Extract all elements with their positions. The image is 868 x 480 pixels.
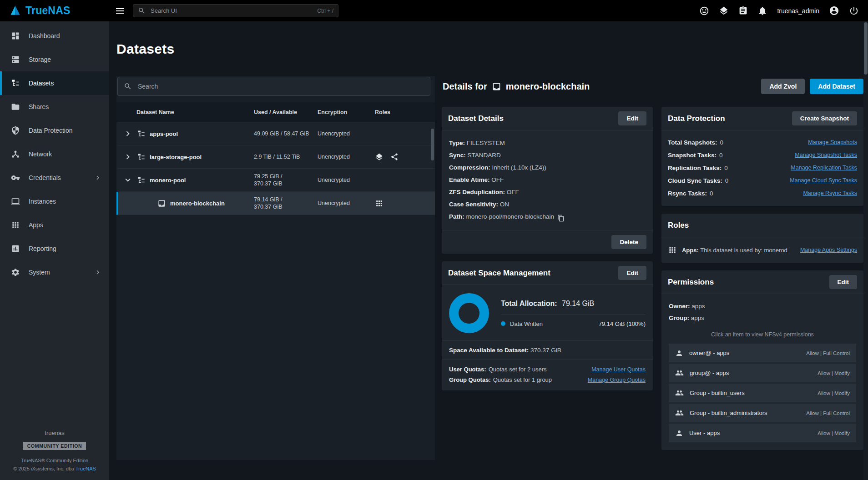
permission-item-owner[interactable]: owner@ - apps Allow | Full Control: [669, 344, 856, 362]
sidebar-item-storage[interactable]: Storage: [0, 48, 109, 71]
sidebar-item-label: Data Protection: [29, 127, 73, 134]
dataset-tree-icon: [137, 130, 146, 138]
expand-chevron-icon[interactable]: [123, 129, 133, 139]
dataset-name: monero-blockchain: [170, 200, 225, 207]
apps-grid-icon: [11, 220, 20, 230]
manage-apps-settings-link[interactable]: Manage Apps Settings: [800, 247, 857, 253]
used-available-cell: 79.14 GiB / 370.37 GiB: [254, 196, 318, 210]
tree-table-header: Dataset Name Used / Available Encryption…: [116, 102, 435, 122]
hamburger-menu-icon[interactable]: [115, 5, 126, 16]
field-enable-atime: Enable Atime: OFF: [449, 174, 646, 186]
sidebar-item-datasets[interactable]: Datasets: [0, 71, 109, 95]
table-row-large-storage-pool[interactable]: large-storage-pool 2.9 TiB / 11.52 TiB U…: [116, 145, 435, 169]
truenas-brand[interactable]: TrueNAS: [0, 5, 111, 17]
power-icon[interactable]: [849, 6, 859, 16]
snapshot-tasks-row: Snapshot Tasks:0 Manage Snapshot Tasks: [668, 149, 857, 161]
manage-user-quotas-link[interactable]: Manage User Quotas: [591, 366, 646, 373]
layers-icon[interactable]: [719, 6, 729, 16]
sidebar-item-data-protection[interactable]: Data Protection: [0, 119, 109, 142]
permission-item-user-apps[interactable]: User - apps Allow | Modify: [669, 424, 856, 442]
roles-cell: [375, 199, 435, 208]
dataset-details-card: Dataset Details Edit Type: FILESYSTEM Sy…: [442, 107, 653, 254]
add-dataset-button[interactable]: Add Dataset: [810, 79, 863, 94]
sidebar-item-shares[interactable]: Shares: [0, 95, 109, 119]
permission-item-group[interactable]: group@ - apps Allow | Modify: [669, 364, 856, 382]
add-zvol-button[interactable]: Add Zvol: [761, 79, 805, 94]
permission-item-builtin-administrators[interactable]: Group - builtin_administrators Allow | F…: [669, 404, 856, 422]
card-title: Roles: [668, 221, 689, 230]
sidebar-item-instances[interactable]: Instances: [0, 190, 109, 213]
field-type: Type: FILESYSTEM: [449, 137, 646, 149]
edit-permissions-button[interactable]: Edit: [829, 275, 858, 289]
person-icon: [675, 429, 683, 437]
details-title-prefix: Details for: [443, 81, 487, 92]
feedback-smiley-icon[interactable]: [699, 6, 709, 16]
space-available-row: Space Available to Dataset: 370.37 GiB: [442, 340, 653, 360]
sidebar-item-system[interactable]: System: [0, 260, 109, 284]
delete-dataset-button[interactable]: Delete: [611, 235, 646, 249]
global-search-input[interactable]: [150, 7, 313, 15]
manage-rsync-tasks-link[interactable]: Manage Rsync Tasks: [803, 190, 857, 196]
field-compression: Compression: Inherit (1.10x (LZ4)): [449, 161, 646, 174]
total-snapshots-row: Total Snapshots:0 Manage Snapshots: [668, 136, 857, 149]
sidebar: Dashboard Storage Datasets Shares Data P…: [0, 21, 109, 480]
sidebar-item-dashboard[interactable]: Dashboard: [0, 24, 109, 48]
manage-cloud-sync-tasks-link[interactable]: Manage Cloud Sync Tasks: [790, 177, 857, 184]
copy-icon[interactable]: [557, 215, 565, 222]
roles-cell: [375, 153, 435, 161]
sidebar-item-credentials[interactable]: Credentials: [0, 166, 109, 190]
legend-label: Data Written: [510, 320, 543, 327]
jobs-clipboard-icon[interactable]: [738, 6, 748, 15]
create-snapshot-button[interactable]: Create Snapshot: [792, 111, 857, 125]
user-account-icon[interactable]: [829, 5, 839, 16]
truenas-logo-icon: [9, 5, 21, 17]
expand-chevron-icon[interactable]: [123, 152, 133, 162]
sidebar-item-label: Network: [29, 150, 52, 158]
dataset-name: monero-pool: [150, 177, 186, 184]
alerts-bell-icon[interactable]: [757, 6, 767, 16]
storage-icon: [11, 55, 20, 64]
search-shortcut-hint: Ctrl + /: [317, 8, 333, 14]
card-title: Dataset Space Management: [448, 269, 550, 278]
shares-folder-icon: [11, 102, 20, 111]
sidebar-item-apps[interactable]: Apps: [0, 213, 109, 237]
page-scrollbar[interactable]: [863, 21, 868, 480]
share-role-icon: [390, 153, 399, 161]
roles-row: Apps: This dataset is used by: monerod M…: [661, 237, 863, 263]
manage-snapshot-tasks-link[interactable]: Manage Snapshot Tasks: [795, 152, 857, 158]
table-row-apps-pool[interactable]: apps-pool 49.09 GiB / 58.47 GiB Unencryp…: [116, 122, 435, 145]
table-row-monero-pool[interactable]: monero-pool 79.25 GiB / 370.37 GiB Unenc…: [116, 169, 435, 192]
manage-snapshots-link[interactable]: Manage Snapshots: [808, 139, 857, 145]
tree-scrollbar-thumb[interactable]: [431, 129, 434, 160]
dataset-search-input[interactable]: [137, 82, 424, 90]
chevron-right-icon: [94, 268, 102, 276]
space-management-card: Dataset Space Management Edit Total Allo…: [442, 261, 653, 390]
global-search[interactable]: Ctrl + /: [133, 4, 338, 17]
sidebar-item-reporting[interactable]: Reporting: [0, 237, 109, 260]
collapse-chevron-icon[interactable]: [123, 175, 133, 185]
sidebar-item-label: Reporting: [29, 245, 56, 252]
edit-space-button[interactable]: Edit: [618, 266, 646, 280]
permission-item-builtin-users[interactable]: Group - builtin_users Allow | Modify: [669, 384, 856, 402]
manage-replication-tasks-link[interactable]: Manage Replication Tasks: [791, 165, 857, 171]
encryption-cell: Unencrypted: [318, 130, 375, 137]
truenas-footer-link[interactable]: TrueNAS: [76, 466, 96, 471]
shield-icon: [11, 126, 20, 135]
edit-dataset-details-button[interactable]: Edit: [618, 111, 646, 125]
details-header: Details for monero-blockchain Add Zvol A…: [443, 79, 863, 94]
sidebar-item-network[interactable]: Network: [0, 142, 109, 166]
manage-group-quotas-link[interactable]: Manage Group Quotas: [588, 377, 646, 383]
details-title: Details for monero-blockchain: [443, 81, 590, 92]
dataset-search[interactable]: [117, 77, 430, 96]
dataset-tree-icon: [137, 176, 146, 185]
donut-legend-data-written: Data Written 79.14 GiB (100%): [501, 314, 646, 327]
copyright-text: © 2025 iXsystems, Inc. dba: [13, 466, 74, 471]
roles-card: Roles Apps: This dataset is used by: mon…: [661, 214, 863, 263]
owner-line: Owner: apps: [669, 300, 856, 312]
table-row-monero-blockchain[interactable]: monero-blockchain 79.14 GiB / 370.37 GiB…: [116, 192, 435, 215]
field-path: Path: monero-pool/monero-blockchain: [449, 210, 646, 223]
page-scrollbar-thumb[interactable]: [864, 22, 868, 75]
cloud-sync-tasks-row: Cloud Sync Tasks:0 Manage Cloud Sync Tas…: [668, 174, 857, 187]
dataset-name: large-storage-pool: [150, 154, 202, 160]
search-icon: [124, 82, 132, 90]
